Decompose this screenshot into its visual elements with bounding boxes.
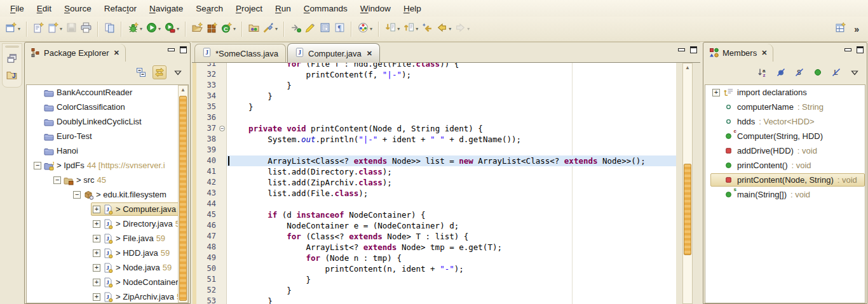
tree-item-row[interactable]: Euro-Test: [32, 129, 188, 143]
toolbar-overflow-button[interactable]: »: [848, 24, 865, 34]
member-item[interactable]: smain(String[]) : void: [705, 187, 865, 202]
line-number[interactable]: 31: [196, 63, 218, 69]
new-java-project-button[interactable]: [190, 20, 205, 38]
fold-column[interactable]: [218, 69, 227, 80]
line-number[interactable]: 36: [196, 112, 218, 123]
line-number[interactable]: 32: [196, 69, 218, 80]
next-annotation-button[interactable]: ▾: [383, 20, 402, 38]
member-item[interactable]: cComputer(String, HDD): [705, 129, 865, 143]
code-text[interactable]: for (Node n : tmp) {: [227, 253, 402, 263]
code-line[interactable]: 32 printContent(f, "|-");: [193, 69, 676, 80]
menu-search[interactable]: Search: [189, 1, 229, 16]
show-source-button[interactable]: [318, 20, 332, 38]
code-line[interactable]: 34 }: [193, 91, 676, 102]
tab-members[interactable]: Members ✕: [703, 44, 773, 62]
tree-item-row[interactable]: +J> File.java 59: [91, 232, 188, 245]
tree-item-row[interactable]: −> edu.kit.filesystem: [71, 188, 188, 201]
code-line[interactable]: 37− private void printContent(Node d, St…: [193, 123, 676, 134]
search-button[interactable]: ▾: [261, 20, 280, 38]
tree-item[interactable]: ColorClassification: [27, 100, 188, 114]
dropdown-chevron-icon[interactable]: ▾: [140, 26, 142, 32]
close-icon[interactable]: ✕: [761, 49, 767, 57]
fold-column[interactable]: [218, 296, 227, 304]
link-with-editor-button[interactable]: [153, 65, 166, 79]
fold-column[interactable]: [218, 199, 227, 209]
fold-column[interactable]: [218, 285, 227, 296]
fold-column[interactable]: [218, 220, 227, 231]
line-number[interactable]: 41: [196, 166, 218, 177]
code-line[interactable]: 31 for (File f : hdd.get(File.class)) {: [193, 63, 676, 69]
line-number[interactable]: 37: [196, 123, 218, 134]
dropdown-chevron-icon[interactable]: ▾: [158, 26, 161, 32]
tree-expander-icon[interactable]: −: [53, 176, 61, 184]
minimize-icon[interactable]: [678, 48, 685, 51]
menu-window[interactable]: Window: [354, 1, 397, 16]
package-explorer-scrollbar[interactable]: ▲: [178, 85, 188, 303]
tree-expander-icon[interactable]: −: [73, 191, 81, 199]
code-line[interactable]: 40 ArrayList<Class<? extends Node>> list…: [193, 155, 676, 166]
code-text[interactable]: ArrayList<? extends Node> tmp = e.get(T)…: [227, 242, 502, 253]
code-line[interactable]: 51 }: [193, 274, 676, 285]
color-palette-button[interactable]: ▾: [356, 20, 374, 38]
code-text[interactable]: ArrayList<Class<? extends Node>> list = …: [227, 155, 646, 166]
code-line[interactable]: 48 ArrayList<? extends Node> tmp = e.get…: [193, 242, 676, 253]
fold-column[interactable]: −: [218, 123, 227, 134]
code-text[interactable]: }: [227, 102, 254, 112]
back-button[interactable]: ▾: [435, 20, 453, 38]
member-item[interactable]: printContent() : void: [705, 158, 865, 173]
code-text[interactable]: }: [227, 296, 273, 304]
new-wizard-button[interactable]: ▾: [4, 20, 22, 38]
line-number[interactable]: 47: [196, 231, 218, 242]
fold-column[interactable]: [218, 177, 227, 188]
code-line[interactable]: 45 if (d instanceof NodeContainer) {: [193, 209, 676, 220]
tree-item[interactable]: −> edu.kit.filesystem: [27, 187, 188, 202]
editor-tab--someclass-java[interactable]: J*SomeClass.java: [194, 44, 286, 62]
tree-item-row[interactable]: Hanoi: [32, 144, 188, 157]
line-number[interactable]: 45: [196, 209, 218, 220]
code-text[interactable]: list.add(File.class);: [227, 188, 368, 199]
tree-item-row[interactable]: +J> Node.java 59: [91, 261, 188, 274]
highlighter-button[interactable]: [303, 20, 318, 38]
scrollbar-thumb[interactable]: [179, 96, 187, 301]
fold-column[interactable]: [218, 231, 227, 242]
code-line[interactable]: 52 }: [193, 285, 676, 296]
member-item[interactable]: +import declarations: [705, 85, 865, 100]
dropdown-chevron-icon[interactable]: ▾: [233, 26, 236, 32]
tree-expander-icon[interactable]: −: [34, 162, 41, 169]
tree-expander-icon[interactable]: +: [93, 249, 100, 257]
dropdown-chevron-icon[interactable]: ▾: [449, 26, 451, 32]
tree-expander-icon[interactable]: +: [93, 235, 100, 242]
dropdown-chevron-icon[interactable]: ▾: [18, 26, 20, 32]
dropdown-chevron-icon[interactable]: ▾: [275, 26, 278, 32]
tree-item[interactable]: +J> File.java 59: [27, 231, 188, 246]
code-line[interactable]: 50 printContent(n, ident + "-");: [193, 263, 676, 274]
new-document-button[interactable]: ▾: [46, 20, 64, 38]
member-item[interactable]: printContent(Node, String) : void: [705, 173, 865, 187]
code-text[interactable]: list.add(Directory.class);: [227, 166, 392, 177]
new-fast-view-button[interactable]: [833, 20, 848, 38]
code-text[interactable]: }: [227, 285, 292, 296]
menu-refactor[interactable]: Refactor: [98, 1, 143, 16]
member-item-row[interactable]: printContent(Node, String) : void: [710, 173, 865, 187]
dropdown-chevron-icon[interactable]: ▾: [177, 26, 179, 32]
line-number[interactable]: 34: [196, 91, 218, 102]
tree-item[interactable]: +J> ZipArchiv.java 59: [27, 289, 188, 303]
line-number[interactable]: 51: [196, 274, 218, 285]
print-button[interactable]: [79, 20, 93, 38]
tree-item[interactable]: +J> Computer.java 59: [27, 202, 188, 216]
show-whitespace-button[interactable]: ¶: [332, 20, 347, 38]
view-menu-button[interactable]: [171, 65, 185, 79]
tree-item-row[interactable]: +J> Directory.java 59: [91, 217, 188, 230]
external-tools-button[interactable]: ▾: [163, 20, 181, 38]
code-text[interactable]: if (d instanceof NodeContainer) {: [227, 209, 426, 220]
scroll-up-arrow[interactable]: ▲: [179, 86, 187, 95]
code-line[interactable]: 49 for (Node n : tmp) {: [193, 253, 676, 263]
line-number[interactable]: 38: [196, 134, 218, 145]
line-number[interactable]: 46: [196, 220, 218, 231]
tree-item[interactable]: DoublyLinkedCyclicList: [27, 114, 188, 129]
tree-item-row[interactable]: −J> IpdFs 44 [https://svnserver.i: [32, 159, 188, 172]
member-item[interactable]: computerName : String: [705, 100, 865, 114]
code-line[interactable]: 35 }: [193, 102, 676, 112]
menu-run[interactable]: Run: [269, 1, 297, 16]
restore-windows-button[interactable]: [4, 50, 20, 67]
